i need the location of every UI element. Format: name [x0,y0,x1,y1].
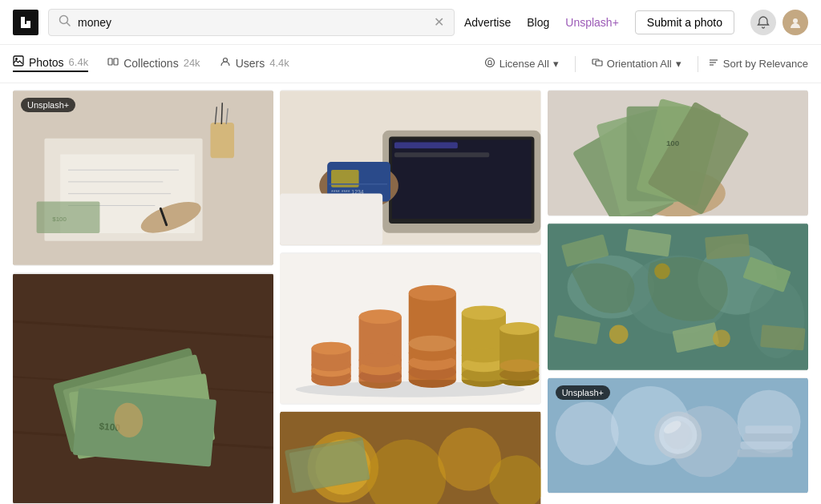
svg-point-6 [793,18,798,23]
header: ✕ Advertise Blog Unsplash+ Submit a phot… [0,0,821,45]
photo-column-3: 100 [548,90,808,504]
tab-photos-label: Photos [29,56,64,69]
avatar-area [750,10,808,35]
photo-item-p1[interactable]: Unsplash+ $100 [13,90,273,266]
tab-collections-label: Collections [123,57,178,70]
advertise-link[interactable]: Advertise [464,16,511,29]
license-icon [484,57,495,71]
svg-point-8 [15,58,18,60]
license-chevron-icon: ▾ [553,58,559,70]
tab-users[interactable]: Users 4.4k [220,56,289,71]
svg-rect-45 [73,388,216,467]
photo-column-2: **** **** 1234 [280,90,540,504]
photo-item-p3[interactable]: 100 [548,90,808,216]
svg-rect-51 [392,140,532,220]
svg-rect-120 [760,325,805,350]
svg-rect-3 [26,21,30,24]
photos-icon [13,55,24,69]
photo-item-p2[interactable]: **** **** 1234 [280,90,540,246]
svg-rect-0 [13,10,38,35]
svg-point-64 [312,342,351,355]
license-filter-button[interactable]: License All ▾ [478,54,565,74]
photo-item-p7[interactable]: Unsplash+ [548,377,808,494]
license-filter-label: License All [499,58,549,70]
svg-rect-53 [394,152,489,157]
photo-grid: Unsplash+ $100 [0,83,821,504]
tab-users-label: Users [236,57,265,70]
svg-rect-10 [114,58,118,65]
photo-item-p8[interactable] [280,411,540,504]
user-avatar[interactable] [783,10,808,35]
collections-count: 24k [184,57,200,69]
search-clear-button[interactable]: ✕ [434,16,444,29]
unsplash-logo[interactable] [13,10,38,35]
svg-point-80 [409,336,456,352]
orientation-icon [592,57,603,71]
unsplash-plus-badge: Unsplash+ [21,98,75,112]
svg-point-12 [485,58,494,67]
svg-point-67 [312,358,351,371]
blog-link[interactable]: Blog [527,16,549,29]
svg-rect-28 [37,202,100,233]
svg-point-91 [499,359,539,372]
photo-item-p5[interactable] [280,252,540,405]
svg-rect-52 [394,142,458,148]
notification-icon[interactable] [750,10,776,35]
svg-rect-135 [743,433,792,442]
tab-collections[interactable]: Collections 24k [107,56,200,71]
svg-point-89 [499,322,539,335]
svg-point-123 [713,329,730,347]
filter-divider-2 [698,56,698,72]
search-bar[interactable]: ✕ [48,9,455,36]
orientation-filter-label: Orientation All [607,58,672,70]
svg-point-125 [556,402,619,466]
svg-rect-134 [740,442,792,450]
photo-column-1: Unsplash+ $100 [13,90,273,504]
svg-rect-30 [210,123,234,158]
svg-rect-2 [21,24,30,28]
header-nav: Advertise Blog Unsplash+ Submit a photo [464,10,808,35]
svg-point-73 [359,353,402,368]
svg-point-122 [654,264,670,280]
filter-right: License All ▾ Orientation All ▾ [478,54,808,74]
svg-text:100: 100 [666,139,680,147]
filter-bar: Photos 6.4k Collections 24k Users 4.4k [0,45,821,83]
search-input[interactable] [78,16,427,29]
sort-button[interactable]: Sort by Relevance [708,57,808,71]
svg-point-76 [409,285,456,301]
svg-text:**** **** 1234: **** **** 1234 [331,189,364,195]
photo-item-p4[interactable]: $100 THE UNITED STATES $100 $100 [13,272,273,504]
orientation-chevron-icon: ▾ [676,58,681,70]
svg-rect-133 [737,450,792,458]
users-icon [220,56,231,70]
sort-label: Sort by Relevance [723,58,808,70]
svg-line-5 [67,22,71,26]
tab-photos[interactable]: Photos 6.4k [13,55,88,72]
svg-rect-1 [21,17,25,21]
svg-rect-14 [596,61,602,66]
svg-point-86 [462,349,506,363]
sort-icon [708,57,719,71]
filter-divider [575,56,576,72]
svg-text:$100: $100 [52,216,67,223]
unsplash-plus-badge-2: Unsplash+ [556,385,610,400]
svg-point-121 [609,325,629,344]
svg-rect-59 [280,194,382,245]
svg-line-32 [221,103,222,124]
svg-point-70 [359,309,402,324]
svg-point-83 [462,305,506,320]
submit-photo-button[interactable]: Submit a photo [635,10,734,34]
users-count: 4.4k [269,57,289,69]
svg-rect-9 [108,58,112,65]
svg-rect-116 [705,234,750,260]
photos-count: 6.4k [69,56,89,68]
unsplash-plus-link[interactable]: Unsplash+ [565,16,619,29]
collections-icon [107,56,119,70]
orientation-filter-button[interactable]: Orientation All ▾ [585,54,688,74]
svg-rect-136 [745,425,792,433]
photo-item-p6[interactable] [548,223,808,371]
search-icon [59,14,71,30]
